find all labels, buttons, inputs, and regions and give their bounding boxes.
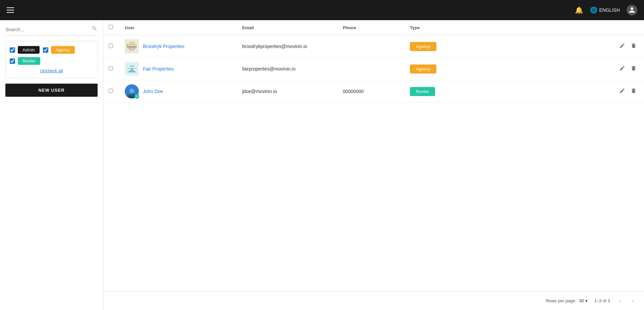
- header-email: Email: [237, 20, 337, 35]
- header-type: Type: [405, 20, 472, 35]
- header-checkbox-col: [103, 20, 119, 35]
- type-badge: Agency: [410, 64, 436, 74]
- email-cell: broodrykproperties@movinin.io: [237, 35, 337, 58]
- user-avatar[interactable]: [627, 5, 637, 15]
- filter-agency: Agency: [43, 46, 75, 54]
- user-cell: Johan Broodryk's Properties Real Estate …: [119, 35, 237, 58]
- header-user: User: [119, 20, 237, 35]
- admin-checkbox[interactable]: [10, 47, 15, 53]
- search-input[interactable]: [5, 27, 89, 32]
- main-layout: Admin Agency Renter Uncheck all NEW USER: [0, 20, 644, 310]
- agency-checkbox[interactable]: [43, 47, 48, 53]
- user-name-link[interactable]: Broodryk Properties: [143, 44, 184, 49]
- search-box: [5, 26, 98, 36]
- uncheck-all-button[interactable]: Uncheck all: [10, 68, 93, 73]
- select-all-checkbox[interactable]: [109, 25, 113, 29]
- rows-per-page-value: 30: [579, 298, 584, 303]
- type-cell: Agency: [405, 58, 472, 80]
- filter-renter: Renter: [10, 57, 40, 65]
- table-row: FAIR PROPERTIES Fair Properties fairprop…: [103, 58, 644, 80]
- type-badge: Agency: [410, 42, 436, 51]
- menu-button[interactable]: [7, 7, 14, 13]
- svg-point-7: [129, 89, 134, 93]
- rows-per-page-label: Rows per page:: [546, 298, 576, 303]
- table-row: Johan Broodryk's Properties Real Estate …: [103, 35, 644, 58]
- renter-checkbox[interactable]: [10, 58, 15, 64]
- edit-button[interactable]: [617, 86, 627, 97]
- search-icon[interactable]: [92, 26, 98, 33]
- edit-button[interactable]: [617, 64, 627, 74]
- phone-cell: [337, 58, 405, 80]
- user-name-link[interactable]: Fair Properties: [143, 66, 174, 72]
- table-row: ✓ John Doe jdoe@movinin.io 00000000 Rent…: [103, 80, 644, 103]
- user-name-link[interactable]: John Doe: [143, 89, 163, 94]
- filter-row-1: Admin Agency: [10, 46, 93, 54]
- rows-per-page: Rows per page: 30 ▾: [546, 298, 588, 303]
- users-table: User Email Phone Type Johan Broodryk's P…: [103, 20, 644, 103]
- globe-icon: 🌐: [590, 6, 597, 14]
- actions-cell: [472, 35, 644, 58]
- topbar-right: 🔔 🌐 ENGLISH: [575, 5, 637, 15]
- user-cell: ✓ John Doe: [119, 80, 237, 103]
- rows-dropdown-icon: ▾: [585, 298, 588, 303]
- type-cell: Agency: [405, 35, 472, 58]
- admin-badge[interactable]: Admin: [18, 46, 40, 54]
- next-page-button[interactable]: ›: [630, 296, 636, 306]
- delete-button[interactable]: [629, 86, 639, 97]
- row-checkbox[interactable]: [109, 66, 113, 71]
- new-user-button[interactable]: NEW USER: [5, 84, 98, 97]
- svg-text:FAIR: FAIR: [130, 65, 134, 67]
- topbar: 🔔 🌐 ENGLISH: [0, 0, 644, 20]
- row-checkbox[interactable]: [109, 89, 113, 93]
- delete-button[interactable]: [629, 41, 639, 52]
- phone-cell: [337, 35, 405, 58]
- sidebar: Admin Agency Renter Uncheck all NEW USER: [0, 20, 103, 310]
- row-checkbox-cell: [103, 80, 119, 103]
- language-label: ENGLISH: [599, 7, 620, 13]
- header-actions: [472, 20, 644, 35]
- email-cell: jdoe@movinin.io: [237, 80, 337, 103]
- actions-cell: [472, 80, 644, 103]
- row-checkbox[interactable]: [109, 44, 113, 48]
- prev-page-button[interactable]: ‹: [617, 296, 623, 306]
- user-cell: FAIR PROPERTIES Fair Properties: [119, 58, 237, 80]
- filter-admin: Admin: [10, 46, 40, 54]
- email-cell: fairproperties@movinin.io: [237, 58, 337, 80]
- pagination: Rows per page: 30 ▾ 1–3 of 3 ‹ ›: [103, 291, 644, 310]
- content-area: User Email Phone Type Johan Broodryk's P…: [103, 20, 644, 310]
- type-cell: Renter: [405, 80, 472, 103]
- table-container: User Email Phone Type Johan Broodryk's P…: [103, 20, 644, 291]
- renter-badge[interactable]: Renter: [18, 57, 40, 65]
- table-body: Johan Broodryk's Properties Real Estate …: [103, 35, 644, 103]
- page-info: 1–3 of 3: [594, 298, 610, 303]
- rows-per-page-select[interactable]: 30 ▾: [579, 298, 587, 303]
- row-checkbox-cell: [103, 35, 119, 58]
- table-header-row: User Email Phone Type: [103, 20, 644, 35]
- filter-box: Admin Agency Renter Uncheck all: [5, 41, 98, 78]
- header-phone: Phone: [337, 20, 405, 35]
- row-checkbox-cell: [103, 58, 119, 80]
- phone-cell: 00000000: [337, 80, 405, 103]
- actions-cell: [472, 58, 644, 80]
- language-selector[interactable]: 🌐 ENGLISH: [590, 6, 620, 14]
- delete-button[interactable]: [629, 64, 639, 74]
- edit-button[interactable]: [617, 41, 627, 52]
- filter-row-2: Renter: [10, 57, 93, 65]
- svg-rect-4: [128, 71, 136, 73]
- agency-badge[interactable]: Agency: [51, 46, 75, 54]
- type-badge: Renter: [410, 87, 435, 96]
- topbar-left: [7, 7, 14, 13]
- notification-icon[interactable]: 🔔: [575, 6, 583, 14]
